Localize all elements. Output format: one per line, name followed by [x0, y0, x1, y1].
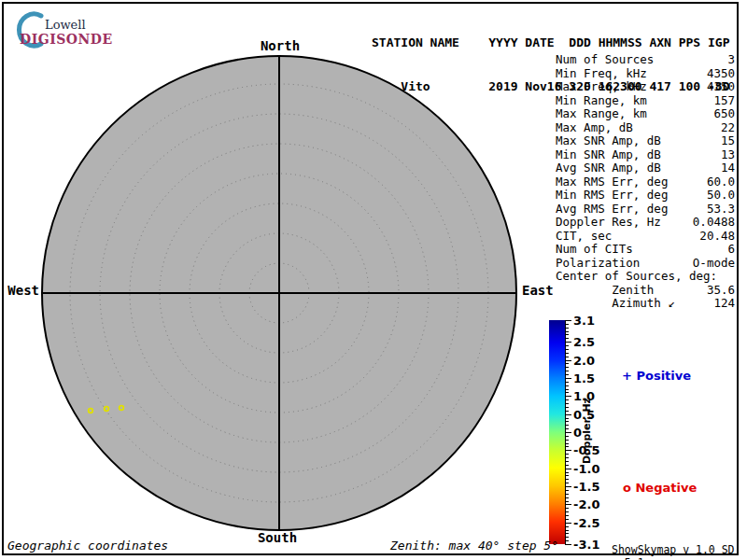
colorbar-minor-tick	[565, 382, 569, 383]
stat-row: Max RMS Err, deg60.0	[556, 175, 735, 189]
logo-text-lowell: Lowell	[45, 18, 86, 32]
colorbar-tick-label: -2.5	[573, 515, 599, 529]
stat-value: 20.48	[699, 230, 735, 244]
colorbar-tick-label: -1.5	[573, 480, 599, 494]
skymap-plot	[40, 54, 518, 532]
colorbar-minor-tick	[565, 457, 569, 458]
software-version-caption: ShowSkymap v 1.0 SD v 5.1	[612, 543, 747, 560]
stat-label: Doppler Res, Hz	[556, 216, 661, 230]
colorbar-minor-tick	[565, 537, 569, 538]
colorbar-minor-tick	[565, 472, 569, 473]
stat-row: Zenith35.6	[556, 284, 735, 298]
stat-row: Max Freq, kHz4350	[556, 80, 735, 94]
lowell-digisonde-logo: Lowell DIGISONDE	[9, 7, 140, 50]
colorbar-minor-tick	[565, 389, 569, 390]
colorbar-minor-tick	[565, 501, 569, 502]
stat-value: 53.3	[707, 203, 735, 217]
colorbar-minor-tick	[565, 454, 569, 455]
colorbar-minor-tick	[565, 519, 569, 520]
stat-row: Center of Sources, deg:	[556, 270, 735, 284]
stat-value: 4350	[707, 80, 735, 94]
stat-label: Max Amp, dB	[556, 121, 633, 135]
stat-row: Num of CITs6	[556, 243, 735, 257]
stat-value: 0.0488	[693, 216, 735, 230]
stat-label: Min Range, km	[556, 94, 647, 108]
colorbar-major-tick	[565, 486, 571, 487]
stat-row: Min SNR Amp, dB13	[556, 148, 735, 162]
stat-label: CIT, sec	[556, 230, 612, 244]
colorbar-title: Doppler, Hz	[581, 398, 593, 464]
colorbar-tick-label: -2.0	[573, 497, 599, 511]
colorbar-major-tick	[565, 523, 571, 524]
stat-row: Num of Sources3	[556, 53, 735, 67]
legend-negative-label: Negative	[635, 481, 697, 495]
stat-value: 4350	[707, 67, 735, 81]
stat-label: Azimuth ↙	[556, 297, 675, 311]
stat-value: 35.6	[707, 284, 735, 298]
colorbar-minor-tick	[565, 508, 569, 509]
stat-row: Max SNR Amp, dB15	[556, 134, 735, 148]
colorbar-minor-tick	[565, 490, 569, 491]
colorbar-minor-tick	[565, 479, 569, 480]
stat-label: Max Freq, kHz	[556, 80, 647, 94]
stat-row: Avg RMS Err, deg53.3	[556, 203, 735, 217]
compass-label-south: South	[249, 530, 305, 545]
colorbar-minor-tick	[565, 465, 569, 466]
stat-label: Avg RMS Err, deg	[556, 203, 668, 217]
colorbar-major-tick	[565, 320, 571, 321]
stat-row: Max Range, km650	[556, 107, 735, 121]
legend-negative: o Negative	[623, 481, 697, 495]
colorbar-minor-tick	[565, 338, 569, 339]
doppler-colorbar	[549, 320, 565, 544]
colorbar-minor-tick	[565, 418, 569, 419]
legend-positive: + Positive	[622, 369, 691, 383]
colorbar-minor-tick	[565, 440, 569, 441]
stat-label: Polarization	[556, 257, 640, 271]
colorbar-tick-label: -3.1	[573, 538, 599, 552]
stat-label: Num of CITs	[556, 243, 633, 257]
colorbar-minor-tick	[565, 436, 569, 437]
colorbar-minor-tick	[565, 363, 569, 364]
stat-value: 13	[721, 148, 735, 162]
stat-value: 60.0	[707, 175, 735, 189]
colorbar-minor-tick	[565, 403, 569, 404]
stat-row: Min Range, km157	[556, 94, 735, 108]
colorbar-minor-tick	[565, 367, 569, 368]
stat-value: 3	[727, 53, 735, 67]
stat-label: Zenith	[556, 284, 654, 298]
colorbar-minor-tick	[565, 483, 569, 483]
stat-value: O-mode	[693, 257, 735, 271]
compass-label-north: North	[252, 38, 308, 53]
colorbar-minor-tick	[565, 353, 569, 354]
colorbar-minor-tick	[565, 328, 569, 329]
colorbar-minor-tick	[565, 385, 569, 386]
colorbar-tick-label: 3.1	[573, 314, 595, 328]
coordinates-caption: Geographic coordinates	[7, 539, 168, 553]
colorbar-minor-tick	[565, 443, 569, 444]
stat-value: 50.0	[707, 189, 735, 203]
stat-row: PolarizationO-mode	[556, 257, 735, 271]
colorbar-minor-tick	[565, 515, 569, 516]
stat-value: 22	[721, 121, 735, 135]
colorbar-tick-label: 2.0	[573, 353, 595, 367]
stat-row: Min RMS Err, deg50.0	[556, 189, 735, 203]
colorbar-minor-tick	[565, 411, 569, 412]
colorbar-minor-tick	[565, 345, 569, 346]
colorbar-major-tick	[565, 396, 571, 397]
legend-positive-label: Positive	[636, 369, 691, 383]
stat-row: CIT, sec20.48	[556, 230, 735, 244]
colorbar-minor-tick	[565, 446, 569, 447]
stat-row: Avg SNR Amp, dB14	[556, 161, 735, 175]
colorbar-major-tick	[565, 544, 571, 545]
measurement-stats-panel: Num of Sources3Min Freq, kHz4350Max Freq…	[556, 53, 735, 311]
colorbar-minor-tick	[565, 371, 569, 371]
zenith-range-caption: Zenith: max 40° step 5°	[390, 539, 558, 553]
stat-label: Max Range, km	[556, 107, 647, 121]
colorbar-major-tick	[565, 414, 571, 415]
colorbar-minor-tick	[565, 331, 569, 332]
colorbar-major-tick	[565, 450, 571, 451]
colorbar-tick-label: 2.5	[573, 335, 595, 349]
stat-value: 124	[713, 297, 735, 311]
colorbar-major-tick	[565, 504, 571, 505]
stat-label: Avg SNR Amp, dB	[556, 161, 661, 175]
